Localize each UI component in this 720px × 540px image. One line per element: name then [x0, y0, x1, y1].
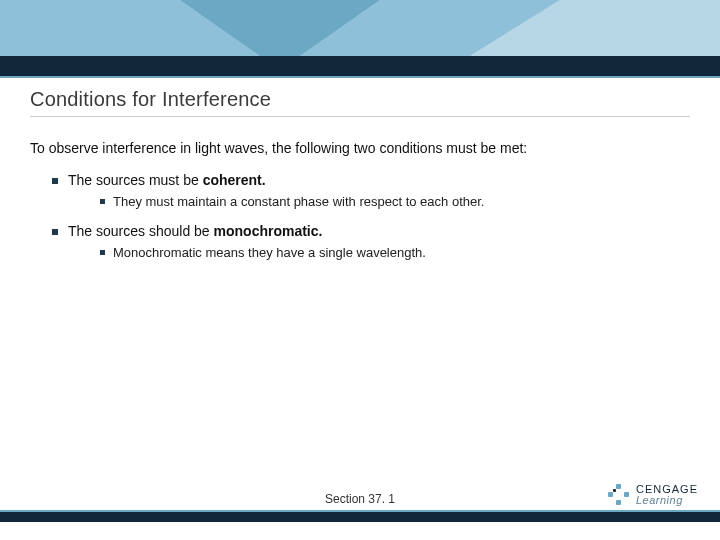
svg-rect-5 [0, 56, 720, 76]
header-band [0, 0, 720, 78]
list-item: The sources must be coherent. They must … [52, 172, 690, 209]
svg-rect-6 [0, 76, 720, 78]
page-title: Conditions for Interference [30, 88, 271, 111]
list-subitem: Monochromatic means they have a single w… [100, 245, 690, 260]
list-subitem-text: They must maintain a constant phase with… [113, 194, 484, 209]
square-bullet-icon [52, 178, 58, 184]
intro-text: To observe interference in light waves, … [30, 140, 527, 156]
square-bullet-icon [52, 229, 58, 235]
bullet-list: The sources must be coherent. They must … [30, 172, 690, 274]
list-subitem-text: Monochromatic means they have a single w… [113, 245, 426, 260]
list-item-text: The sources must be coherent. [68, 172, 266, 188]
square-bullet-icon [100, 250, 105, 255]
header-geometric-bg [0, 0, 720, 78]
list-item-text: The sources should be monochromatic. [68, 223, 322, 239]
list-item: The sources should be monochromatic. Mon… [52, 223, 690, 260]
title-underline [30, 116, 690, 117]
square-bullet-icon [100, 199, 105, 204]
footer-bar [0, 512, 720, 522]
logo-text: CENGAGE Learning [636, 484, 698, 506]
logo-mark-icon [608, 484, 630, 506]
cengage-logo: CENGAGE Learning [608, 484, 698, 506]
list-subitem: They must maintain a constant phase with… [100, 194, 690, 209]
